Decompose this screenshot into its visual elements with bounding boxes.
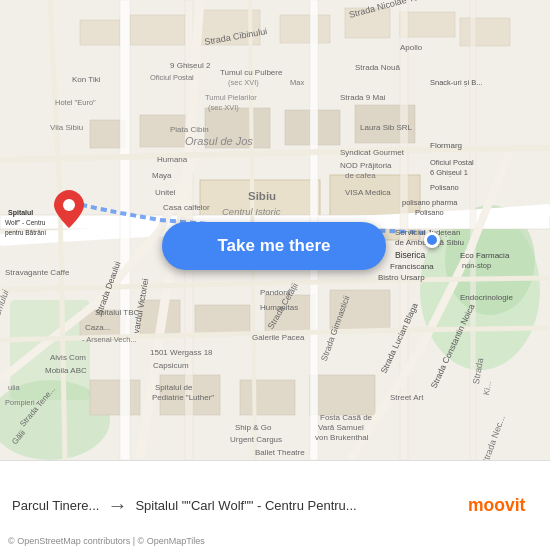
svg-text:Biserica: Biserica xyxy=(395,250,426,260)
svg-text:Bistro Ursarp: Bistro Ursarp xyxy=(378,273,425,282)
svg-rect-26 xyxy=(240,380,295,415)
svg-rect-12 xyxy=(90,120,125,148)
svg-text:NOD Prăjitoria: NOD Prăjitoria xyxy=(340,161,392,170)
svg-text:(sec XVI): (sec XVI) xyxy=(208,103,239,112)
svg-text:ulia: ulia xyxy=(8,383,21,392)
svg-text:Alvis Com: Alvis Com xyxy=(50,353,86,362)
svg-text:Mobila ABC: Mobila ABC xyxy=(45,366,87,375)
svg-point-114 xyxy=(63,199,75,211)
svg-text:Hotel "Euro": Hotel "Euro" xyxy=(55,98,96,107)
svg-text:Max: Max xyxy=(290,78,304,87)
svg-text:Polisano: Polisano xyxy=(430,183,459,192)
svg-rect-6 xyxy=(130,15,185,45)
svg-text:9 Ghișeul 2: 9 Ghișeul 2 xyxy=(170,61,211,70)
svg-text:Oficiul Postal: Oficiul Postal xyxy=(430,158,474,167)
svg-text:Strada 9 Mai: Strada 9 Mai xyxy=(340,93,386,102)
svg-text:Casa calfelor: Casa calfelor xyxy=(163,203,210,212)
svg-text:Snack-uri și B...: Snack-uri și B... xyxy=(430,78,483,87)
svg-text:Spitalul de: Spitalul de xyxy=(155,383,193,392)
moovit-logo: moovit xyxy=(468,490,538,522)
svg-text:Syndicat Gourmet: Syndicat Gourmet xyxy=(340,148,405,157)
copyright-text: © OpenStreetMap contributors | © OpenMap… xyxy=(8,536,205,546)
svg-text:Vară Samuel: Vară Samuel xyxy=(318,423,364,432)
svg-text:Caza...: Caza... xyxy=(85,323,110,332)
svg-text:Laura Sib SRL: Laura Sib SRL xyxy=(360,123,413,132)
svg-text:Spitalul: Spitalul xyxy=(8,209,33,217)
svg-text:von Brukenthal: von Brukenthal xyxy=(315,433,369,442)
svg-text:Piata Cibin: Piata Cibin xyxy=(170,125,209,134)
svg-text:Ship & Go: Ship & Go xyxy=(235,423,272,432)
svg-text:6 Ghișeul 1: 6 Ghișeul 1 xyxy=(430,168,468,177)
svg-text:Stravagante Caffe: Stravagante Caffe xyxy=(5,268,70,277)
svg-text:Endocrinologie: Endocrinologie xyxy=(460,293,513,302)
svg-rect-10 xyxy=(400,12,455,37)
svg-text:Ballet Theatre: Ballet Theatre xyxy=(255,448,305,457)
svg-text:Wolf" - Centru: Wolf" - Centru xyxy=(5,219,46,226)
svg-text:Orasul de Jos: Orasul de Jos xyxy=(185,135,253,147)
destination-label: Spitalul ""Carl Wolf"" - Centru Pentru..… xyxy=(135,498,460,513)
svg-text:Tumul Pielarilor: Tumul Pielarilor xyxy=(205,93,257,102)
svg-text:Oficiul Postal: Oficiul Postal xyxy=(150,73,194,82)
svg-text:1501 Wergass 18: 1501 Wergass 18 xyxy=(150,348,213,357)
take-me-there-button[interactable]: Take me there xyxy=(162,222,386,270)
svg-text:VISA Medica: VISA Medica xyxy=(345,188,391,197)
svg-text:Street Art: Street Art xyxy=(390,393,424,402)
svg-text:non-stop: non-stop xyxy=(462,261,491,270)
svg-text:Vila Sibiu: Vila Sibiu xyxy=(50,123,83,132)
svg-rect-27 xyxy=(310,375,375,415)
origin-label: Parcul Tinere... xyxy=(12,498,99,513)
svg-text:- Arsenal Vech...: - Arsenal Vech... xyxy=(82,335,137,344)
svg-text:Flormarg: Flormarg xyxy=(430,141,462,150)
svg-rect-24 xyxy=(90,380,140,415)
svg-text:Maya: Maya xyxy=(152,171,172,180)
destination-marker xyxy=(424,232,440,248)
svg-text:Unitel: Unitel xyxy=(155,188,176,197)
map-container: Strada Nicolae Teclu Apollo Strada Nouă … xyxy=(0,0,550,460)
arrow-icon: → xyxy=(107,494,127,517)
svg-rect-5 xyxy=(80,20,120,45)
svg-text:Pompieri: Pompieri xyxy=(5,398,35,407)
svg-text:Eco Farmacia: Eco Farmacia xyxy=(460,251,510,260)
svg-text:(sec XVI): (sec XVI) xyxy=(228,78,259,87)
svg-text:Fosta Casă de: Fosta Casă de xyxy=(320,413,373,422)
svg-text:Franciscana: Franciscana xyxy=(390,262,434,271)
svg-text:Capsicum: Capsicum xyxy=(153,361,189,370)
moovit-logo-text: moovit xyxy=(468,490,538,522)
svg-text:Urgent Cargus: Urgent Cargus xyxy=(230,435,282,444)
svg-rect-21 xyxy=(195,305,250,335)
bottom-bar: Parcul Tinere... → Spitalul ""Carl Wolf"… xyxy=(0,460,550,550)
svg-text:Humana: Humana xyxy=(157,155,188,164)
svg-rect-11 xyxy=(460,18,510,46)
svg-text:Galerile Pacea: Galerile Pacea xyxy=(252,333,305,342)
svg-text:de cafea: de cafea xyxy=(345,171,376,180)
svg-rect-8 xyxy=(280,15,330,43)
svg-rect-29 xyxy=(120,0,130,460)
svg-text:moovit: moovit xyxy=(468,495,526,515)
svg-text:polisano pharma: polisano pharma xyxy=(402,198,458,207)
svg-text:Pediatrie "Luther": Pediatrie "Luther" xyxy=(152,393,214,402)
svg-text:Centrul Istoric: Centrul Istoric xyxy=(222,206,281,217)
svg-text:Kon Tiki: Kon Tiki xyxy=(72,75,101,84)
svg-text:pentru Bătrâni: pentru Bătrâni xyxy=(5,229,46,237)
svg-text:Polisano: Polisano xyxy=(415,208,444,217)
origin-marker xyxy=(54,190,84,232)
svg-text:Apollo: Apollo xyxy=(400,43,423,52)
svg-text:Strada Nouă: Strada Nouă xyxy=(355,63,400,72)
svg-text:Sibiu: Sibiu xyxy=(248,190,276,202)
svg-text:Tumul cu Pulbere: Tumul cu Pulbere xyxy=(220,68,283,77)
